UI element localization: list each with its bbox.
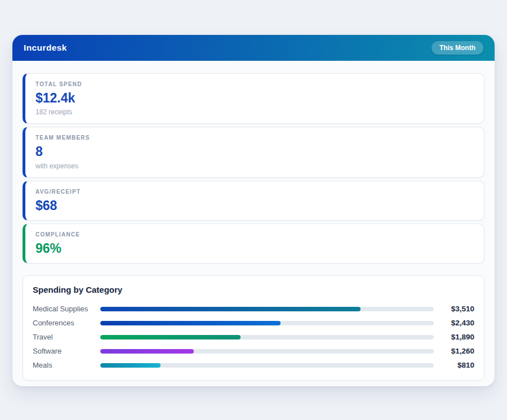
bar-track xyxy=(100,363,434,368)
stat-value: $68 xyxy=(35,199,474,213)
spending-card: Spending by Category Medical Supplies $3… xyxy=(23,275,484,381)
category-value: $1,260 xyxy=(434,347,474,355)
stat-label: TOTAL SPEND xyxy=(35,81,474,87)
stats-section: TOTAL SPEND $12.4k 182 receipts TEAM MEM… xyxy=(12,61,495,263)
category-label: Software xyxy=(33,347,100,355)
stat-card-compliance: COMPLIANCE 96% xyxy=(23,224,484,263)
dashboard-container: Incurdesk This Month TOTAL SPEND $12.4k … xyxy=(12,35,495,386)
spending-title: Spending by Category xyxy=(33,285,474,294)
stat-label: TEAM MEMBERS xyxy=(35,135,474,141)
category-row-meals: Meals $810 xyxy=(33,358,474,372)
bar-fill xyxy=(100,335,241,339)
stat-label: COMPLIANCE xyxy=(35,231,474,238)
stat-card-avg-receipt: AVG/RECEIPT $68 xyxy=(23,181,484,221)
category-row-software: Software $1,260 xyxy=(33,344,474,358)
stat-value: 96% xyxy=(35,242,474,256)
bar-track xyxy=(100,307,434,311)
stat-sub: with expenses xyxy=(35,162,474,170)
category-row-conferences: Conferences $2,430 xyxy=(33,316,474,330)
app-header: Incurdesk This Month xyxy=(12,35,495,61)
stat-card-total-spend: TOTAL SPEND $12.4k 182 receipts xyxy=(23,73,484,124)
bar-fill xyxy=(100,307,361,311)
bar-track xyxy=(100,321,434,325)
bar-track xyxy=(100,349,434,354)
app-title: Incurdesk xyxy=(24,43,67,53)
stat-sub: 182 receipts xyxy=(35,108,474,116)
stat-label: AVG/RECEIPT xyxy=(35,189,474,195)
category-value: $1,890 xyxy=(434,333,474,341)
category-label: Conferences xyxy=(33,319,100,327)
category-value: $810 xyxy=(434,361,474,369)
bar-fill xyxy=(100,363,161,368)
stat-value: 8 xyxy=(35,145,474,159)
bar-fill xyxy=(100,349,194,354)
category-value: $2,430 xyxy=(434,319,474,327)
stat-value: $12.4k xyxy=(35,91,474,105)
category-row-medical-supplies: Medical Supplies $3,510 xyxy=(33,302,474,316)
stat-card-team-members: TEAM MEMBERS 8 with expenses xyxy=(23,127,484,177)
bar-track xyxy=(100,335,434,339)
category-label: Travel xyxy=(33,333,100,341)
category-label: Medical Supplies xyxy=(33,305,100,313)
bar-fill xyxy=(100,321,281,325)
category-row-travel: Travel $1,890 xyxy=(33,330,474,344)
period-badge[interactable]: This Month xyxy=(432,41,483,55)
category-label: Meals xyxy=(33,361,100,369)
category-value: $3,510 xyxy=(434,305,474,313)
